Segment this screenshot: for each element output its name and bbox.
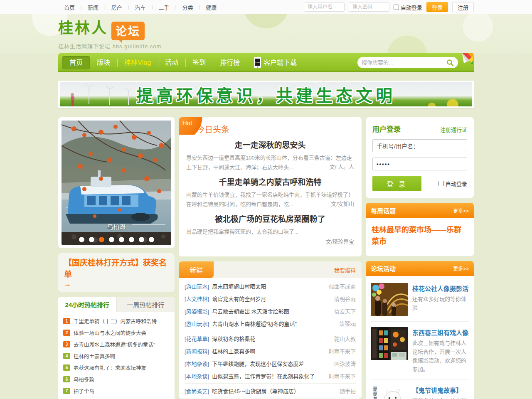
headline-article: 走一走深秋的思安头 思安头西边一道垂直高度100米的长形山体，分布着三条古道：左… (179, 135, 362, 172)
tab-24h-hot[interactable]: 24小时热帖排行 (58, 297, 116, 312)
hot-post-row[interactable]: 3去青山湖水上森林邂逅“初冬的童话” (63, 340, 170, 348)
promo-banner[interactable]: 提高环保意识，共建生态文明 (58, 81, 474, 108)
article-title[interactable]: 被北极广场的豆花私房菜圈粉了 (186, 213, 354, 224)
fresh-post-row[interactable]: [风姿摄影]乌云散去朝霞出 水天泼金绘彩图益宏天下 (185, 305, 356, 317)
fresh-post-row[interactable]: [游山玩水]周末四塘旗山村晒太阳似曲不成商 (185, 280, 356, 292)
top-auto-login-checkbox[interactable] (394, 5, 399, 10)
photo-carousel[interactable]: 乌柏滩 (58, 117, 175, 248)
fresh-post-row[interactable]: [新闻报料]桂林的土豪真多啊时雨不来下 (185, 345, 356, 357)
user-login-panel: 用户登录 注册通行证 手机号/用户名： ••••• 登 录 自动登录 (366, 117, 474, 198)
top-register-button[interactable]: 注册 (452, 2, 474, 12)
top-link-classified[interactable]: 分类 (176, 3, 199, 11)
activity-item[interactable]: 瑟瑟发抖 【鬼节讲鬼故事】 获奖名单公布！快来围观吧~ (371, 379, 469, 399)
article-title[interactable]: 千里走单骑之内蒙古呼和浩特 (186, 176, 354, 187)
top-username-input[interactable] (304, 2, 345, 12)
nav-tab-activities[interactable]: 活动 (158, 56, 185, 69)
top-auth-area: 自动登录 登录 注册 (304, 2, 474, 12)
activity-desc: 还有众多好玩的等你体验 (412, 295, 469, 312)
carousel-dot[interactable] (119, 237, 124, 242)
top-link-cars[interactable]: 汽车 (129, 3, 152, 11)
nav-tab-checkin[interactable]: 签到 (185, 56, 213, 69)
rank-badge: 2 (63, 330, 70, 336)
activity-thumb-cartoon: 瑟瑟发抖 (371, 385, 408, 399)
headlines-card: Hot 今日头条 走一走深秋的思安头 思安头西边一道垂直高度100米的长形山体，… (179, 117, 362, 256)
nav-tab-app-download[interactable]: down 客户端下载 (247, 56, 304, 69)
top-login-button[interactable]: 登录 (426, 2, 448, 12)
tab-fresh[interactable]: 新鲜 (179, 261, 214, 278)
activity-item[interactable]: 桂花公社人像摄影活动 还有众多好玩的等你体验 (371, 278, 469, 322)
hot-posts-list: 1千里走单骑（十二）内蒙古呼和浩特 2体验一场山与水之间的徒步大会 3去青山湖水… (58, 312, 175, 399)
carousel-dot[interactable] (149, 237, 154, 242)
search-icon[interactable] (446, 59, 454, 66)
top-link-home[interactable]: 首页 (58, 3, 81, 11)
top-link-secondhand[interactable]: 二手 (153, 3, 175, 11)
activity-thumb-lanterns (371, 283, 408, 316)
weekly-topic-more-link[interactable]: 更多>> (453, 207, 469, 214)
rank-badge: 3 (63, 341, 70, 347)
carousel-dot[interactable] (109, 237, 114, 242)
hot-post-row[interactable]: 2体验一场山与水之间的徒步大会 (63, 329, 170, 337)
forum-activities-title: 论坛活动 (371, 264, 396, 273)
fresh-post-row[interactable]: [人文桂林]谪官龙大有的全州岁月清明谷雨 (185, 292, 356, 305)
register-pass-link[interactable]: 注册通行证 (440, 126, 467, 133)
hot-post-row[interactable]: 1千里走单骑（十二）内蒙古呼和浩特 (63, 317, 170, 325)
hot-post-row[interactable]: 7拍了个鸟 (63, 387, 170, 395)
fresh-post-row[interactable]: [食尚煮艺]吃货食记45～山货厨房（尊神庙店）随手拍 (185, 383, 356, 397)
nav-tab-vlog[interactable]: 桂林Vlog (117, 56, 158, 69)
activity-thumb-shop (371, 327, 408, 360)
carousel-caption: 乌柏滩 (62, 222, 171, 231)
nav-tab-home[interactable]: 首页 (62, 56, 90, 69)
announcement-card[interactable]: 【国庆桂林打开方式】获奖名单 → (58, 253, 175, 292)
report-news-link[interactable]: 我要爆料 (334, 266, 362, 274)
announcement-title: 【国庆桂林打开方式】获奖名单 (64, 257, 169, 280)
fresh-post-row[interactable]: [本地杂谈]山似碧玉簪，江作青罗带！在此刻具象化了时雨不来下 (185, 369, 356, 382)
login-password-field[interactable]: ••••• (372, 158, 467, 170)
site-logo[interactable]: 桂林人 论坛 (58, 14, 474, 40)
carousel-dot[interactable] (99, 237, 104, 242)
top-password-input[interactable] (349, 2, 389, 12)
banner-slogan: 提高环保意识，共建生态文明 (136, 82, 396, 106)
panel-auto-login-label: 自动登录 (446, 180, 467, 187)
hot-badge: Hot (179, 117, 204, 135)
carousel-dot[interactable] (79, 237, 84, 242)
nav-tab-ranking[interactable]: 排行榜 (213, 56, 247, 69)
article-title[interactable]: 走一走深秋的思安头 (186, 139, 354, 150)
activity-desc: 此次三姐有戏与桂林人论坛合作，开展一次人像摄影活动，欢迎您的参加。 (412, 339, 469, 374)
hot-post-row[interactable]: 5老秋这厢有礼了：求助本坛神友 (63, 364, 170, 372)
carousel-dot[interactable] (129, 237, 134, 242)
article-author: 文/琦珍异宝 (186, 237, 354, 245)
hot-post-row[interactable]: 4桂林的土豪真多啊 (63, 352, 170, 360)
corner-peel-ad-icon[interactable] (461, 52, 474, 65)
rank-badge: 6 (63, 376, 70, 382)
activity-title: 【鬼节讲鬼故事】 (412, 386, 469, 394)
search-box (357, 57, 458, 68)
weekly-topic-section: 每周话题 更多>> 桂林最早的菜市场——乐群菜市 (366, 203, 474, 256)
panel-auto-login-checkbox[interactable] (438, 181, 444, 186)
top-bar: 首页| 新闻| 房产| 汽车| 二手| 分类| 健康 自动登录 登录 注册 (0, 0, 532, 14)
login-submit-button[interactable]: 登 录 (372, 176, 421, 191)
top-link-health[interactable]: 健康 (200, 3, 222, 11)
weekly-topic-item[interactable]: 桂林最早的菜市场——乐群菜市 (372, 224, 468, 248)
headline-article: 千里走单骑之内蒙古呼和浩特 内蒙的牛羊价钱便宜，我找了一家名店吃炖牛肉，手抓羊味… (179, 172, 362, 209)
fresh-post-row[interactable]: [花花草草]深秋初冬的格桑花驼山大叔 (185, 331, 356, 345)
carousel-dots (62, 237, 171, 242)
search-input[interactable] (362, 59, 446, 66)
fresh-post-row[interactable]: [游山玩水]去青山湖水上森林邂逅“初冬的童话”策琴xq (185, 317, 356, 330)
forum-activities-more-link[interactable]: 更多>> (453, 265, 469, 272)
nav-tab-forums[interactable]: 版块 (90, 56, 117, 69)
top-link-news[interactable]: 新闻 (82, 3, 104, 11)
tab-week-hot[interactable]: 一周热帖排行 (116, 297, 175, 312)
hot-posts-card: 24小时热帖排行 一周热帖排行 1千里走单骑（十二）内蒙古呼和浩特 2体验一场山… (58, 297, 175, 399)
fresh-post-row[interactable]: [本地杂谈]下午继续跑腿，发现这小区保安态度差凶泳波涛 (185, 357, 356, 369)
login-panel-title: 用户登录 (372, 123, 401, 134)
hot-post-row[interactable]: 6乌柏冬韵 (63, 375, 170, 383)
activity-item[interactable]: 东西巷三姐有戏人像摄 此次三姐有戏与桂林人论坛合作，开展一次人像摄影活动，欢迎您… (371, 322, 469, 379)
carousel-dot[interactable] (89, 237, 94, 242)
activity-desc: 获奖名单公布！快来围观吧~ (412, 397, 469, 399)
logo-text-main: 桂林人 (58, 20, 108, 37)
top-link-realestate[interactable]: 房产 (106, 3, 128, 11)
carousel-dot[interactable] (139, 237, 144, 242)
rank-badge: 5 (63, 365, 70, 371)
site-header: 桂林人 论坛 桂林生活网旗下论坛 bbs.guilinlife.com (0, 14, 532, 53)
login-username-field[interactable]: 手机号/用户名： (372, 139, 467, 152)
